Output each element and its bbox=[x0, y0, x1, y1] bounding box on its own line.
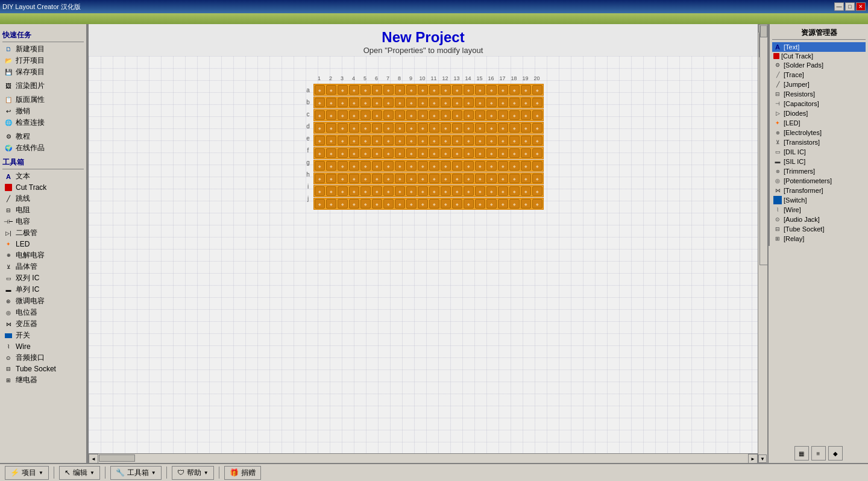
resource-item[interactable]: ▪[Switch] bbox=[772, 195, 866, 205]
undo-item[interactable]: ↩ 撤销 bbox=[2, 105, 84, 117]
breadboard-hole[interactable]: ◆ bbox=[486, 98, 497, 107]
breadboard-hole[interactable]: ◆ bbox=[360, 123, 371, 133]
view-grid-button[interactable]: ▦ bbox=[794, 446, 809, 461]
breadboard-hole[interactable]: ◆ bbox=[418, 110, 428, 120]
breadboard-hole[interactable]: ◆ bbox=[372, 186, 382, 196]
breadboard-hole[interactable]: ◆ bbox=[429, 161, 439, 171]
breadboard-hole[interactable]: ◆ bbox=[498, 161, 508, 171]
breadboard-hole[interactable]: ◆ bbox=[464, 199, 474, 209]
close-button[interactable]: ✕ bbox=[856, 2, 866, 11]
resource-item[interactable]: ⋈[Transformer] bbox=[772, 186, 866, 195]
resource-item[interactable]: ╱[Jumper] bbox=[772, 80, 866, 89]
breadboard-hole[interactable]: ◆ bbox=[349, 161, 359, 171]
save-project-item[interactable]: 💾 保存项目 bbox=[2, 66, 84, 78]
breadboard-hole[interactable]: ◆ bbox=[383, 186, 394, 196]
breadboard-hole[interactable]: ◆ bbox=[315, 85, 325, 95]
resource-item[interactable]: A[Text] bbox=[772, 42, 866, 52]
breadboard-hole[interactable]: ◆ bbox=[498, 98, 508, 107]
breadboard-hole[interactable]: ◆ bbox=[338, 161, 348, 171]
breadboard-hole[interactable]: ◆ bbox=[349, 123, 359, 133]
breadboard-row[interactable]: ◆◆◆◆◆◆◆◆◆◆◆◆◆◆◆◆◆◆◆◆ bbox=[313, 147, 544, 159]
breadboard-hole[interactable]: ◆ bbox=[360, 199, 371, 209]
breadboard-hole[interactable]: ◆ bbox=[406, 186, 417, 196]
breadboard-hole[interactable]: ◆ bbox=[441, 161, 451, 171]
breadboard-hole[interactable]: ◆ bbox=[372, 148, 382, 158]
breadboard-hole[interactable]: ◆ bbox=[441, 174, 451, 183]
diode-item[interactable]: ▷| 二极管 bbox=[2, 227, 84, 239]
breadboard-hole[interactable]: ◆ bbox=[418, 85, 428, 95]
horizontal-scrollbar[interactable]: ◄ ► bbox=[89, 453, 758, 463]
breadboard-hole[interactable]: ◆ bbox=[406, 136, 417, 145]
render-image-item[interactable]: 🖼 渲染图片 bbox=[2, 80, 84, 92]
breadboard-hole[interactable]: ◆ bbox=[498, 136, 508, 145]
breadboard-hole[interactable]: ◆ bbox=[475, 161, 485, 171]
breadboard-hole[interactable]: ◆ bbox=[452, 199, 462, 209]
breadboard-hole[interactable]: ◆ bbox=[383, 98, 394, 107]
breadboard-hole[interactable]: ◆ bbox=[349, 110, 359, 120]
breadboard-hole[interactable]: ◆ bbox=[406, 110, 417, 120]
relay-item[interactable]: ⊞ 继电器 bbox=[2, 374, 84, 386]
breadboard-hole[interactable]: ◆ bbox=[441, 110, 451, 120]
resource-item[interactable]: ╱[Trace] bbox=[772, 70, 866, 80]
breadboard-hole[interactable]: ◆ bbox=[521, 161, 531, 171]
resource-item[interactable]: ⊙[Audio Jack] bbox=[772, 215, 866, 224]
check-connect-item[interactable]: 🌐 检查连接 bbox=[2, 117, 84, 128]
breadboard-hole[interactable]: ◆ bbox=[509, 174, 520, 183]
breadboard-hole[interactable]: ◆ bbox=[464, 136, 474, 145]
breadboard-hole[interactable]: ◆ bbox=[498, 199, 508, 209]
breadboard-hole[interactable]: ◆ bbox=[464, 148, 474, 158]
breadboard-hole[interactable]: ◆ bbox=[406, 98, 417, 107]
breadboard-hole[interactable]: ◆ bbox=[338, 85, 348, 95]
breadboard-hole[interactable]: ◆ bbox=[498, 110, 508, 120]
breadboard-hole[interactable]: ◆ bbox=[532, 98, 542, 107]
rp-vscroll-thumb[interactable] bbox=[760, 25, 767, 37]
breadboard-hole[interactable]: ◆ bbox=[372, 110, 382, 120]
breadboard-hole[interactable]: ◆ bbox=[464, 186, 474, 196]
breadboard-hole[interactable]: ◆ bbox=[429, 199, 439, 209]
grid-canvas[interactable]: 1234567891011121314151617181920 abcdefgh… bbox=[89, 56, 758, 453]
breadboard-hole[interactable]: ◆ bbox=[532, 174, 542, 183]
breadboard-row[interactable]: ◆◆◆◆◆◆◆◆◆◆◆◆◆◆◆◆◆◆◆◆ bbox=[313, 185, 544, 197]
breadboard-hole[interactable]: ◆ bbox=[486, 161, 497, 171]
switch-item[interactable]: 开关 bbox=[2, 330, 84, 341]
breadboard-hole[interactable]: ◆ bbox=[441, 136, 451, 145]
breadboard-hole[interactable]: ◆ bbox=[395, 161, 405, 171]
capacitor-item[interactable]: ⊣⊢ 电容 bbox=[2, 216, 84, 227]
breadboard-hole[interactable]: ◆ bbox=[429, 98, 439, 107]
breadboard-hole[interactable]: ◆ bbox=[509, 186, 520, 196]
breadboard-hole[interactable]: ◆ bbox=[395, 98, 405, 107]
breadboard-hole[interactable]: ◆ bbox=[349, 199, 359, 209]
breadboard-hole[interactable]: ◆ bbox=[326, 161, 336, 171]
breadboard-hole[interactable]: ◆ bbox=[418, 98, 428, 107]
breadboard-hole[interactable]: ◆ bbox=[475, 148, 485, 158]
breadboard-hole[interactable]: ◆ bbox=[532, 148, 542, 158]
breadboard-hole[interactable]: ◆ bbox=[383, 148, 394, 158]
maximize-button[interactable]: □ bbox=[845, 2, 855, 11]
breadboard-hole[interactable]: ◆ bbox=[486, 148, 497, 158]
breadboard-hole[interactable]: ◆ bbox=[441, 98, 451, 107]
breadboard-hole[interactable]: ◆ bbox=[395, 174, 405, 183]
resource-item[interactable]: ⊣[Capacitors] bbox=[772, 99, 866, 108]
breadboard-hole[interactable]: ◆ bbox=[338, 174, 348, 183]
breadboard-hole[interactable]: ◆ bbox=[315, 136, 325, 145]
breadboard-hole[interactable]: ◆ bbox=[395, 186, 405, 196]
resource-item[interactable]: ⊟[Resistors] bbox=[772, 89, 866, 99]
breadboard-hole[interactable]: ◆ bbox=[406, 199, 417, 209]
breadboard-hole[interactable]: ◆ bbox=[315, 98, 325, 107]
breadboard-hole[interactable]: ◆ bbox=[429, 136, 439, 145]
breadboard-hole[interactable]: ◆ bbox=[383, 85, 394, 95]
breadboard-row[interactable]: ◆◆◆◆◆◆◆◆◆◆◆◆◆◆◆◆◆◆◆◆ bbox=[313, 109, 544, 121]
breadboard-row[interactable]: ◆◆◆◆◆◆◆◆◆◆◆◆◆◆◆◆◆◆◆◆ bbox=[313, 198, 544, 210]
breadboard-hole[interactable]: ◆ bbox=[406, 161, 417, 171]
breadboard-hole[interactable]: ◆ bbox=[395, 123, 405, 133]
breadboard-hole[interactable]: ◆ bbox=[395, 110, 405, 120]
breadboard-row[interactable]: ◆◆◆◆◆◆◆◆◆◆◆◆◆◆◆◆◆◆◆◆ bbox=[313, 160, 544, 172]
breadboard-hole[interactable]: ◆ bbox=[406, 174, 417, 183]
breadboard-hole[interactable]: ◆ bbox=[315, 186, 325, 196]
breadboard-hole[interactable]: ◆ bbox=[372, 199, 382, 209]
breadboard-hole[interactable]: ◆ bbox=[509, 123, 520, 133]
breadboard-hole[interactable]: ◆ bbox=[338, 110, 348, 120]
breadboard-hole[interactable]: ◆ bbox=[521, 148, 531, 158]
breadboard-hole[interactable]: ◆ bbox=[383, 123, 394, 133]
scroll-right-button[interactable]: ► bbox=[748, 454, 758, 463]
